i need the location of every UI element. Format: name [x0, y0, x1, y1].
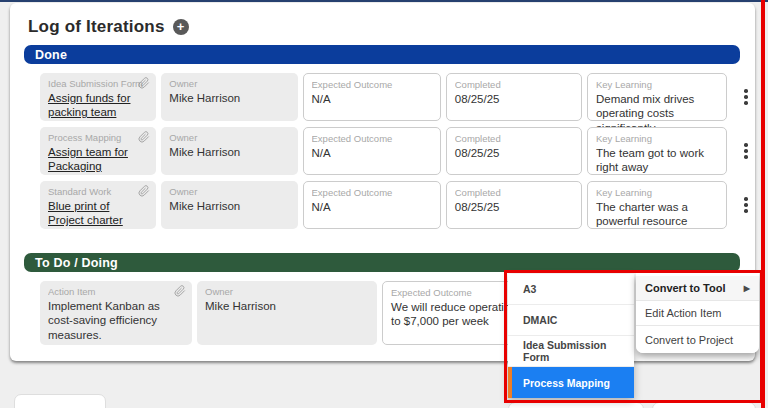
- done-rows: Idea Submission Form Assign funds for pa…: [10, 64, 755, 229]
- owner-label: Owner: [205, 286, 369, 297]
- completed-label: Completed: [455, 79, 573, 90]
- paperclip-icon: [138, 131, 150, 143]
- key-learning-field[interactable]: Key Learning The team got to work right …: [587, 127, 727, 175]
- key-learning-label: Key Learning: [596, 133, 718, 144]
- submenu-item-a3[interactable]: A3: [508, 274, 634, 305]
- completed-value: 08/25/25: [455, 200, 573, 214]
- menu-item-label: Edit Action Item: [645, 307, 721, 319]
- annotation-right-edge-line: [761, 0, 765, 408]
- owner-label: Owner: [169, 78, 289, 89]
- paperclip-icon: [174, 285, 186, 297]
- tool-cell: Idea Submission Form Assign funds for pa…: [40, 73, 156, 121]
- owner-value: Mike Harrison: [169, 145, 289, 159]
- owner-label: Owner: [169, 186, 289, 197]
- owner-value: Mike Harrison: [205, 299, 369, 313]
- todo-section-header: To Do / Doing: [24, 253, 740, 272]
- key-learning-value: The team got to work right away: [596, 146, 718, 175]
- tool-link[interactable]: Assign funds for packing team: [48, 91, 148, 120]
- table-row: Process Mapping Assign team for Packagin…: [40, 127, 755, 175]
- tool-label: Standard Work: [48, 186, 148, 197]
- add-iteration-button[interactable]: +: [173, 19, 189, 35]
- kebab-menu-icon[interactable]: [737, 181, 755, 229]
- submenu-arrow-icon: ▶: [744, 284, 750, 293]
- owner-value: Mike Harrison: [169, 91, 289, 105]
- key-learning-label: Key Learning: [596, 79, 718, 90]
- expected-outcome-field[interactable]: Expected Outcome N/A: [303, 181, 441, 229]
- hidden-row-cell-partial: [652, 402, 756, 408]
- completed-value: 08/25/25: [455, 146, 573, 160]
- expected-outcome-value: N/A: [312, 146, 432, 160]
- owner-cell: Owner Mike Harrison: [197, 281, 377, 345]
- completed-label: Completed: [455, 133, 573, 144]
- expected-outcome-label: Expected Outcome: [312, 187, 432, 198]
- hidden-row-cell-partial: [508, 402, 644, 408]
- owner-cell: Owner Mike Harrison: [161, 127, 297, 175]
- owner-cell: Owner Mike Harrison: [161, 73, 297, 121]
- next-section-card-partial: [14, 394, 106, 408]
- expected-outcome-value: N/A: [312, 200, 432, 214]
- key-learning-field[interactable]: Key Learning Demand mix drives operating…: [587, 73, 727, 121]
- expected-outcome-field[interactable]: Expected Outcome N/A: [303, 73, 441, 121]
- completed-field[interactable]: Completed 08/25/25: [446, 73, 582, 121]
- panel-header: Log of Iterations +: [10, 13, 755, 45]
- menu-item-label: Convert to Project: [645, 334, 733, 346]
- submenu-item-dmaic[interactable]: DMAIC: [508, 305, 634, 336]
- completed-value: 08/25/25: [455, 92, 573, 106]
- owner-value: Mike Harrison: [169, 199, 289, 213]
- action-item-cell: Action Item Implement Kanban as cost-sav…: [40, 281, 192, 345]
- submenu-item-idea-submission-form[interactable]: Idea Submission Form: [508, 336, 634, 367]
- paperclip-icon: [138, 185, 150, 197]
- expected-outcome-value: N/A: [312, 92, 432, 106]
- done-section-header: Done: [24, 45, 740, 64]
- key-learning-field[interactable]: Key Learning The charter was a powerful …: [587, 181, 727, 229]
- completed-label: Completed: [455, 187, 573, 198]
- submenu-item-process-mapping[interactable]: Process Mapping: [508, 367, 634, 398]
- menu-item-convert-to-project[interactable]: Convert to Project: [636, 326, 759, 353]
- tool-cell: Process Mapping Assign team for Packagin…: [40, 127, 156, 175]
- table-row: Idea Submission Form Assign funds for pa…: [40, 73, 755, 121]
- paperclip-icon: [138, 77, 150, 89]
- menu-item-edit-action-item[interactable]: Edit Action Item: [636, 301, 759, 326]
- tool-link[interactable]: Assign team for Packaging: [48, 145, 148, 174]
- action-item-value: Implement Kanban as cost-saving efficien…: [48, 299, 184, 342]
- tool-label: Idea Submission Form: [48, 78, 148, 89]
- expected-outcome-label: Expected Outcome: [312, 133, 432, 144]
- page-title: Log of Iterations: [28, 17, 165, 37]
- owner-cell: Owner Mike Harrison: [161, 181, 297, 229]
- action-item-label: Action Item: [48, 286, 184, 297]
- key-learning-value: The charter was a powerful resource: [596, 200, 718, 229]
- menu-item-convert-to-tool[interactable]: Convert to Tool ▶: [636, 276, 759, 301]
- key-learning-label: Key Learning: [596, 187, 718, 198]
- tool-cell: Standard Work Blue print of Project char…: [40, 181, 156, 229]
- action-item-context-menu: Convert to Tool ▶ Edit Action Item Conve…: [636, 273, 759, 353]
- completed-field[interactable]: Completed 08/25/25: [446, 127, 582, 175]
- kebab-menu-icon[interactable]: [737, 127, 755, 175]
- tool-label: Process Mapping: [48, 132, 148, 143]
- expected-outcome-field[interactable]: Expected Outcome N/A: [303, 127, 441, 175]
- kebab-menu-icon[interactable]: [737, 73, 755, 121]
- tool-link[interactable]: Blue print of Project charter: [48, 199, 148, 228]
- owner-label: Owner: [169, 132, 289, 143]
- expected-outcome-label: Expected Outcome: [312, 79, 432, 90]
- menu-item-label: Convert to Tool: [645, 282, 725, 294]
- table-row: Standard Work Blue print of Project char…: [40, 181, 755, 229]
- completed-field[interactable]: Completed 08/25/25: [446, 181, 582, 229]
- window-top-border: [0, 0, 768, 2]
- convert-to-tool-submenu: A3 DMAIC Idea Submission Form Process Ma…: [508, 274, 634, 398]
